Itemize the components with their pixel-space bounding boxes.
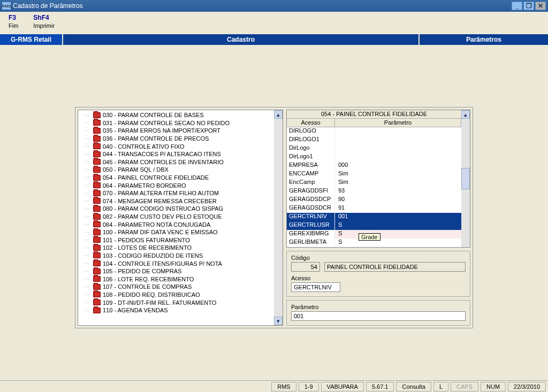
grid-row[interactable]: GERCTRLNIV001 xyxy=(287,213,461,221)
status-date: 22/3/2010 xyxy=(508,382,546,391)
maximize-button[interactable]: ❐ xyxy=(523,2,534,10)
tree-item[interactable]: ⋯109 - DT-INI/DT-FIM REL. FATURAMENTO xyxy=(80,298,283,306)
grid-row[interactable]: EncCampSim xyxy=(287,179,461,187)
folder-icon xyxy=(93,260,101,266)
tree-scrollbar[interactable]: ▴ ▾ xyxy=(274,110,283,325)
tree-item[interactable]: ⋯035 - PARAM ERROS NA IMPORT/EXPORT xyxy=(80,127,283,135)
grid-cell-acesso: DirLogo1 xyxy=(287,153,335,162)
tree-item[interactable]: ⋯045 - PARAM CONTROLES DE INVENTARIO xyxy=(80,158,283,166)
tree-item[interactable]: ⋯036 - PARAM CONTROLE DE PRECOS xyxy=(80,135,283,143)
tree-item[interactable]: ⋯110 - AGENDA VENDAS xyxy=(80,306,283,314)
tree-item-label: 054 - PAINEL CONTROLE FIDELIDADE xyxy=(103,174,209,181)
grid-row[interactable]: GERAGDSDCR91 xyxy=(287,204,461,213)
tree-dots: ⋯ xyxy=(80,221,93,227)
grid-cell-param: S xyxy=(335,230,461,239)
ribbon-left[interactable]: G-RMS Retail xyxy=(0,34,63,45)
tree-item[interactable]: ⋯102 - LOTES DE RECEBIMENTO xyxy=(80,244,283,252)
tree-dots: ⋯ xyxy=(80,182,93,188)
ribbon-right[interactable]: Parâmetros xyxy=(420,34,548,45)
tree-item[interactable]: ⋯064 - PARAMETRO BORDERO xyxy=(80,181,283,189)
tree-item[interactable]: ⋯103 - CODIGO REDUZIDO DE ITENS xyxy=(80,252,283,260)
tree-dots: ⋯ xyxy=(80,143,93,149)
tree-item[interactable]: ⋯106 - LOTE REQ. RECEBIMENTO xyxy=(80,275,283,283)
codigo-input[interactable] xyxy=(291,262,320,272)
grid-row[interactable]: DirLogo1 xyxy=(287,153,461,162)
tree-item[interactable]: ⋯107 - CONTROLE DE COMPRAS xyxy=(80,283,283,291)
tree-item[interactable]: ⋯101 - PEDIDOS FATURAMENTO xyxy=(80,236,283,244)
grid-col-parametro[interactable]: Parâmetro xyxy=(335,119,461,127)
tree-item-label: 044 - TRANSACOES P/ ALTERACAO ITENS xyxy=(103,151,221,157)
grid-row[interactable]: GERAGDDSFI93 xyxy=(287,187,461,196)
grid-cell-acesso: EMPRESA xyxy=(287,162,335,170)
tree-item[interactable]: ⋯070 - PARAM ALTERA ITEM FILHO AUTOM xyxy=(80,189,283,197)
status-mode: Consulta xyxy=(396,382,431,391)
tree-item[interactable]: ⋯074 - MENSAGEM REMESSA CRECEBER xyxy=(80,197,283,205)
folder-icon xyxy=(93,252,101,258)
grid-cell-acesso: DIRLOGO xyxy=(287,127,335,136)
menu-imprimir[interactable]: ShF4 Imprimir xyxy=(33,14,55,34)
ribbon-center[interactable]: Cadastro xyxy=(63,34,420,45)
tree-item[interactable]: ⋯084 - PARAMETRO NOTA CONJUGADA xyxy=(80,220,283,228)
acesso-input[interactable] xyxy=(291,282,340,292)
grid-cell-param: 001 xyxy=(335,213,461,221)
tree-panel: ⋯030 - PARAM CONTROLE DE BASES⋯031 - PAR… xyxy=(78,110,283,326)
tree-dots: ⋯ xyxy=(80,308,93,313)
grid-row[interactable]: ENCCAMPSim xyxy=(287,170,461,179)
tree-item[interactable]: ⋯082 - PARAM CUSTO DEV PELO ESTOQUE xyxy=(80,213,283,221)
grid-row[interactable]: DirLogo xyxy=(287,144,461,153)
tree-item-label: 109 - DT-INI/DT-FIM REL. FATURAMENTO xyxy=(103,299,216,306)
tree-item-label: 074 - MENSAGEM REMESSA CRECEBER xyxy=(103,198,217,204)
folder-icon xyxy=(93,276,101,282)
folder-icon xyxy=(93,229,101,235)
folder-icon xyxy=(93,143,101,149)
grid-scrollbar[interactable]: ▴ xyxy=(461,110,470,247)
grid-row[interactable]: DIRLOGO xyxy=(287,127,461,136)
tree-item[interactable]: ⋯031 - PARAM CONTROLE SECAO NO PEDIDO xyxy=(80,119,283,127)
grid-cell-param: S xyxy=(335,221,461,230)
grid-rows[interactable]: DIRLOGODIRLOGO1DirLogoDirLogo1EMPRESA000… xyxy=(287,127,461,247)
grid-row[interactable]: GERAGDSDCP90 xyxy=(287,196,461,204)
window-title: Cadastro de Parâmetros xyxy=(13,2,512,10)
tree-item[interactable]: ⋯054 - PAINEL CONTROLE FIDELIDADE xyxy=(80,174,283,182)
minimize-button[interactable]: _ xyxy=(512,2,522,10)
folder-icon xyxy=(93,308,101,313)
grid-cell-param: 90 xyxy=(335,196,461,204)
menu-fim-label: Fim xyxy=(9,22,18,29)
folder-icon xyxy=(93,268,101,274)
grid-cell-param: S xyxy=(335,239,461,247)
tree-item-label: 102 - LOTES DE RECEBIMENTO xyxy=(103,244,192,251)
tree-item[interactable]: ⋯044 - TRANSACOES P/ ALTERACAO ITENS xyxy=(80,150,283,158)
grid-row[interactable]: DIRLOGO1 xyxy=(287,136,461,144)
acesso-label: Acesso xyxy=(291,275,466,281)
tree[interactable]: ⋯030 - PARAM CONTROLE DE BASES⋯031 - PAR… xyxy=(78,110,283,315)
folder-icon xyxy=(93,182,101,188)
close-button[interactable]: ✕ xyxy=(535,2,546,10)
tree-item[interactable]: ⋯104 - CONTROLE ITENS/FIGURAS P/ NOTA xyxy=(80,259,283,267)
grid-col-acesso[interactable]: Acesso xyxy=(287,119,335,127)
scroll-thumb[interactable] xyxy=(461,168,470,189)
tree-item[interactable]: ⋯080 - PARAM CODIGO INSTRUCAO SISPAG xyxy=(80,205,283,213)
folder-icon xyxy=(93,190,101,196)
menu-fim[interactable]: F3 Fim xyxy=(9,14,18,34)
scroll-up-icon[interactable]: ▴ xyxy=(461,110,470,119)
tree-item[interactable]: ⋯108 - PEDIDO REQ. DISTRIBUICAO xyxy=(80,291,283,299)
right-panel: 054 - PAINEL CONTROLE FIDELIDADE Acesso … xyxy=(286,110,470,326)
grid-row[interactable]: EMPRESA000 xyxy=(287,162,461,170)
tree-item[interactable]: ⋯050 - PARAM SQL / DBX xyxy=(80,166,283,174)
tree-dots: ⋯ xyxy=(80,190,93,196)
grid-cell-acesso: DIRLOGO1 xyxy=(287,136,335,144)
tree-item[interactable]: ⋯030 - PARAM CONTROLE DE BASES xyxy=(80,111,283,119)
tree-item-label: 050 - PARAM SQL / DBX xyxy=(103,166,169,173)
parametro-input[interactable] xyxy=(291,311,466,321)
tree-item-label: 070 - PARAM ALTERA ITEM FILHO AUTOM xyxy=(103,190,219,196)
tree-item[interactable]: ⋯105 - PEDIDO DE COMPRAS xyxy=(80,267,283,275)
scroll-up-icon[interactable]: ▴ xyxy=(274,110,283,119)
tree-item[interactable]: ⋯040 - CONTROLE ATIVO FIXO xyxy=(80,142,283,150)
tree-dots: ⋯ xyxy=(80,252,93,258)
folder-icon xyxy=(93,112,101,118)
tree-dots: ⋯ xyxy=(80,260,93,266)
grid-cell-param: 91 xyxy=(335,204,461,213)
tree-item[interactable]: ⋯100 - PARAM DIF DATA VENC E EMISSAO xyxy=(80,228,283,236)
scroll-down-icon[interactable]: ▾ xyxy=(274,317,283,325)
grid-row[interactable]: GERCTRLUSRS xyxy=(287,221,461,230)
